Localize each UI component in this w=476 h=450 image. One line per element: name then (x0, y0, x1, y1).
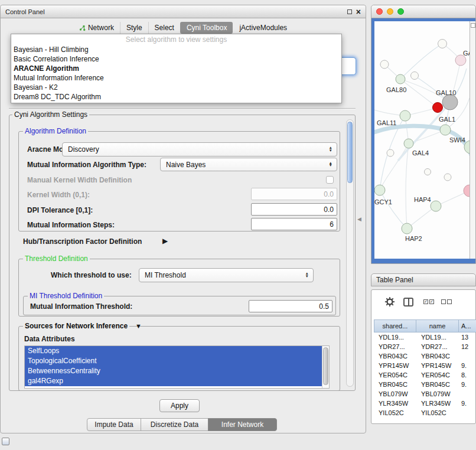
splitter-collapse-icon[interactable]: ◀ (357, 216, 361, 222)
attributes-scrollbar[interactable] (322, 346, 329, 388)
tab-network[interactable]: Network (73, 22, 120, 34)
select-all-icon[interactable]: ✓✓ (423, 299, 434, 304)
dropdown-option[interactable]: Dream8 DC_TDC Algorithm (11, 92, 341, 102)
chevron-down-icon[interactable]: ▼ (135, 322, 142, 330)
close-icon[interactable]: × (356, 9, 361, 15)
network-icon (79, 25, 86, 31)
deselect-all-icon[interactable] (441, 299, 452, 304)
dropdown-placeholder: Select algorithm to view settings (11, 34, 341, 45)
network-node-red[interactable] (433, 103, 443, 113)
section-divider (9, 108, 356, 109)
mi-threshold-field[interactable] (249, 300, 332, 312)
tab-jactivemodules[interactable]: jActiveModules (233, 22, 293, 34)
dropdown-option[interactable]: Basic Correlation Inference (11, 54, 341, 64)
network-node[interactable] (438, 40, 447, 48)
float-window-icon[interactable] (347, 9, 352, 14)
dpi-tolerance-field[interactable] (251, 203, 337, 216)
network-scrollbar[interactable] (470, 21, 476, 259)
mi-steps-field[interactable] (251, 218, 337, 230)
manual-kernel-checkbox[interactable] (326, 176, 334, 184)
network-scroll-button[interactable] (471, 23, 475, 28)
node-label: GAL80 (386, 86, 406, 93)
tab-infer-network[interactable]: Infer Network (208, 418, 277, 431)
attributes-scrollbar-thumb[interactable] (323, 347, 328, 385)
network-node[interactable] (444, 174, 451, 181)
table-row[interactable]: YBL079W YBL079W (374, 389, 476, 399)
algorithm-combobox-fragment[interactable] (341, 57, 356, 75)
threshold-select[interactable]: MI Threshold ▲▼ (139, 268, 314, 282)
tab-select[interactable]: Select (148, 22, 180, 34)
tab-discretize-data[interactable]: Discretize Data (141, 418, 208, 431)
network-view-window: GAL GAL80 GAL10 GAL11 GAL1 SWI4 GAL4 GCY… (371, 5, 476, 264)
network-node-gal1[interactable] (440, 125, 451, 135)
dropdown-option[interactable]: Mutual Information Inference (11, 73, 341, 83)
table-row[interactable]: YBR043C YBR043C (374, 351, 476, 361)
mi-type-value: Naive Bayes (166, 161, 206, 169)
collapsed-panel-icon[interactable] (2, 438, 9, 445)
dropdown-option-selected[interactable]: ARACNE Algorithm (11, 64, 341, 73)
settings-scrollbar[interactable] (346, 119, 354, 387)
mi-steps-label: Mutual Information Steps: (27, 221, 115, 229)
table-row[interactable]: YDR27... YDR27... 12 (374, 342, 476, 351)
apply-button[interactable]: Apply (159, 399, 200, 412)
network-node-gal10[interactable] (442, 94, 458, 110)
dropdown-option[interactable]: Bayesian - Hill Climbing (11, 45, 341, 54)
column-header-shared-name[interactable]: shared... (374, 319, 416, 332)
table-row[interactable]: YLR345W YLR345W 9. (374, 399, 476, 408)
network-node-hap2[interactable] (402, 223, 412, 234)
network-node-gal11[interactable] (400, 110, 410, 121)
node-label: HAP4 (414, 196, 431, 203)
aracne-mode-value: Discovery (68, 145, 99, 154)
cyni-settings-group-title: Cyni Algorithm Settings (12, 110, 89, 119)
mi-type-select[interactable]: Naive Bayes ▲▼ (160, 158, 337, 171)
node-label: GAL10 (436, 89, 456, 96)
settings-scrollbar-thumb[interactable] (347, 122, 353, 183)
table-row[interactable]: YBR045C YBR045C 9. (374, 380, 476, 389)
aracne-mode-select[interactable]: Discovery ▲▼ (62, 142, 337, 156)
dpi-tolerance-label: DPI Tolerance [0,1]: (27, 206, 93, 214)
kernel-width-field[interactable] (251, 188, 337, 200)
table-row[interactable]: YDL19... YDL19... 13 (374, 332, 476, 342)
network-node-gal80[interactable] (396, 74, 405, 84)
network-node[interactable] (387, 149, 394, 156)
tab-network-label: Network (88, 24, 114, 32)
sources-group-title[interactable]: Sources for Network Inference (23, 322, 129, 330)
table-panel-window: ✓✓ shared... name A... YDL19... YDL19...… (371, 289, 476, 424)
attribute-item[interactable]: SelfLoops (25, 346, 322, 356)
network-canvas[interactable]: GAL GAL80 GAL10 GAL11 GAL1 SWI4 GAL4 GCY… (374, 21, 470, 259)
tab-style[interactable]: Style (120, 22, 148, 34)
network-view-titlebar (371, 5, 475, 18)
control-panel-titlebar: Control Panel × (1, 5, 366, 18)
table-row[interactable]: YPR145W YPR145W 9. (374, 361, 476, 370)
tab-impute-data[interactable]: Impute Data (87, 418, 141, 431)
zoom-traffic-light[interactable] (397, 8, 404, 15)
data-attributes-label: Data Attributes (24, 335, 75, 343)
control-panel-window: Control Panel × Network Style Select Cyn… (0, 5, 366, 433)
tab-cyni-toolbox[interactable]: Cyni Toolbox (180, 22, 233, 34)
close-traffic-light[interactable] (376, 8, 383, 15)
network-node[interactable] (380, 60, 389, 69)
table-row[interactable]: YIL052C YIL052C (374, 408, 476, 418)
show-columns-icon[interactable] (403, 298, 413, 306)
network-node-gal4[interactable] (404, 139, 413, 148)
kernel-width-label: Kernel Width (0,1): (27, 191, 90, 199)
network-node[interactable] (411, 72, 419, 80)
network-node-hap4[interactable] (431, 201, 441, 211)
hub-definition-expander-label[interactable]: Hub/Transcription Factor Definition (23, 237, 142, 246)
network-node-gcy1[interactable] (374, 185, 385, 195)
attribute-item[interactable]: BetweennessCentrality (25, 366, 322, 376)
network-node[interactable] (425, 169, 431, 175)
column-header-partial[interactable]: A... (459, 319, 476, 332)
dropdown-option[interactable]: Bayesian - K2 (11, 83, 341, 92)
algorithm-definition-title: Algorithm Definition (23, 127, 88, 135)
minimize-traffic-light[interactable] (387, 8, 393, 15)
attribute-item[interactable]: gal4RGexp (25, 376, 322, 386)
chevron-right-icon[interactable]: ▶ (162, 237, 168, 245)
table-row[interactable]: YER054C YER054C 8. (374, 370, 476, 380)
attribute-item[interactable]: TopologicalCoefficient (25, 356, 322, 366)
network-node-pink[interactable] (464, 185, 470, 197)
column-header-name[interactable]: name (416, 319, 459, 332)
node-label: GAL4 (412, 149, 429, 156)
network-graph: GAL GAL80 GAL10 GAL11 GAL1 SWI4 GAL4 GCY… (374, 21, 470, 259)
gear-icon[interactable] (384, 296, 395, 307)
